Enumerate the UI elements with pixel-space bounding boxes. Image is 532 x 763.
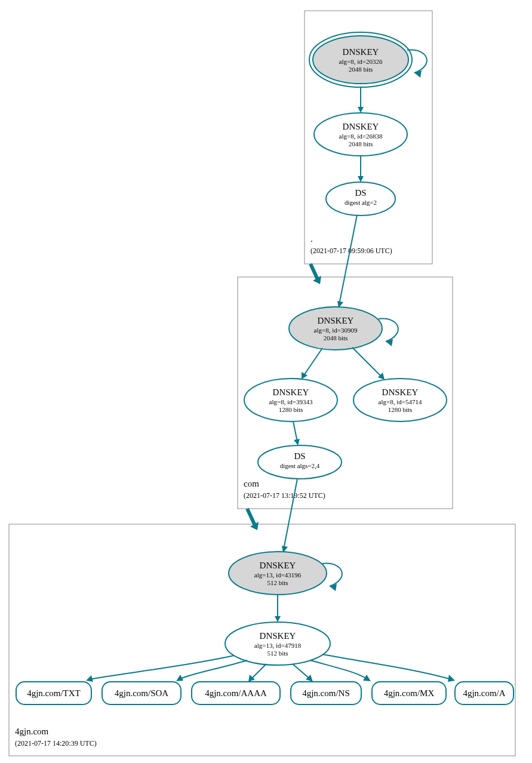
- node-leaf-zsk: DNSKEY alg=13, id=47918 512 bits: [225, 622, 330, 665]
- svg-text:4gjn.com/TXT: 4gjn.com/TXT: [27, 688, 81, 698]
- svg-text:alg=8, id=54714: alg=8, id=54714: [379, 398, 422, 405]
- svg-text:4gjn.com/AAAA: 4gjn.com/AAAA: [205, 688, 267, 698]
- svg-text:DNSKEY: DNSKEY: [382, 387, 419, 397]
- svg-text:4gjn.com/MX: 4gjn.com/MX: [384, 688, 435, 698]
- svg-text:alg=13, id=47918: alg=13, id=47918: [254, 642, 302, 649]
- edge-root-ds-to-com-ksk: [339, 215, 357, 304]
- zone-label-root-name: .: [310, 234, 313, 244]
- svg-marker-14: [358, 176, 364, 182]
- svg-text:alg=8, id=26838: alg=8, id=26838: [339, 133, 383, 140]
- zone-label-com-time: (2021-07-17 13:19:52 UTC): [244, 491, 325, 500]
- svg-text:4gjn.com/A: 4gjn.com/A: [463, 688, 505, 698]
- edge-zsk-to-soa: [179, 660, 247, 679]
- record-box-ns: 4gjn.com/NS: [291, 682, 361, 704]
- edge-zsk-to-aaaa: [251, 664, 266, 679]
- zone-link-root-to-com: [310, 264, 318, 281]
- svg-text:alg=8, id=30909: alg=8, id=30909: [314, 327, 358, 334]
- edge-com-ksk-to-zskA: [303, 348, 322, 376]
- svg-text:512 bits: 512 bits: [267, 579, 288, 586]
- edge-com-ds-to-leaf-ksk: [284, 479, 297, 549]
- svg-text:4gjn.com/SOA: 4gjn.com/SOA: [115, 688, 169, 698]
- node-com-zsk-a: DNSKEY alg=8, id=39343 1280 bits: [244, 379, 337, 422]
- edge-zsk-to-txt: [90, 656, 234, 679]
- svg-marker-35: [294, 439, 300, 445]
- record-box-txt: 4gjn.com/TXT: [16, 682, 91, 704]
- node-root-zsk: DNSKEY alg=8, id=26838 2048 bits: [314, 113, 407, 156]
- zone-label-leaf-name: 4gjn.com: [15, 727, 49, 736]
- svg-text:1280 bits: 1280 bits: [388, 406, 413, 413]
- record-box-mx: 4gjn.com/MX: [372, 682, 446, 704]
- svg-text:alg=13, id=43196: alg=13, id=43196: [254, 571, 302, 579]
- dnssec-chain-diagram: . (2021-07-17 09:59:06 UTC) com (2021-07…: [0, 0, 532, 763]
- edge-zsk-to-ns: [293, 664, 310, 679]
- node-root-ksk: DNSKEY alg=8, id=20326 2048 bits: [309, 32, 412, 87]
- svg-text:DS: DS: [355, 188, 366, 198]
- node-com-zsk-b: DNSKEY alg=8, id=54714 1280 bits: [353, 379, 447, 422]
- svg-text:DS: DS: [294, 451, 305, 461]
- record-box-aaaa: 4gjn.com/AAAA: [192, 682, 280, 704]
- edge-com-zskA-to-ds: [293, 422, 297, 442]
- svg-text:512 bits: 512 bits: [267, 650, 288, 657]
- svg-text:DNSKEY: DNSKEY: [260, 561, 296, 570]
- svg-marker-33: [302, 372, 307, 379]
- svg-text:alg=8, id=39343: alg=8, id=39343: [269, 398, 313, 405]
- svg-text:2048 bits: 2048 bits: [349, 140, 373, 147]
- svg-marker-13: [358, 107, 364, 113]
- svg-marker-65: [448, 675, 455, 682]
- svg-marker-60: [86, 675, 93, 682]
- svg-text:1280 bits: 1280 bits: [279, 406, 303, 413]
- zone-label-leaf-time: (2021-07-17 14:20:39 UTC): [15, 739, 97, 747]
- svg-text:DNSKEY: DNSKEY: [343, 122, 379, 131]
- svg-text:DNSKEY: DNSKEY: [273, 387, 309, 397]
- svg-text:digest algs=2,4: digest algs=2,4: [280, 462, 320, 469]
- edge-zsk-to-mx: [310, 660, 368, 679]
- svg-text:DNSKEY: DNSKEY: [343, 47, 379, 57]
- svg-text:DNSKEY: DNSKEY: [318, 316, 354, 325]
- zone-label-com-name: com: [244, 479, 259, 488]
- record-box-a: 4gjn.com/A: [455, 682, 513, 704]
- svg-text:digest alg=2: digest alg=2: [345, 199, 377, 206]
- svg-text:2048 bits: 2048 bits: [349, 66, 373, 73]
- zone-label-root-time: (2021-07-17 09:59:06 UTC): [310, 247, 392, 255]
- node-com-ds: DS digest algs=2,4: [258, 445, 342, 479]
- node-root-ds: DS digest alg=2: [326, 182, 395, 216]
- node-com-ksk: DNSKEY alg=8, id=30909 2048 bits: [289, 307, 382, 350]
- edge-com-ksk-to-zskB: [352, 347, 382, 377]
- svg-text:2048 bits: 2048 bits: [324, 334, 348, 341]
- record-box-soa: 4gjn.com/SOA: [102, 682, 181, 704]
- svg-text:alg=8, id=20326: alg=8, id=20326: [339, 58, 383, 65]
- svg-marker-47: [275, 616, 281, 622]
- svg-text:4gjn.com/NS: 4gjn.com/NS: [302, 688, 350, 698]
- node-leaf-ksk: DNSKEY alg=13, id=43196 512 bits: [229, 552, 327, 595]
- edge-zsk-to-a: [322, 654, 451, 679]
- svg-text:DNSKEY: DNSKEY: [260, 631, 296, 641]
